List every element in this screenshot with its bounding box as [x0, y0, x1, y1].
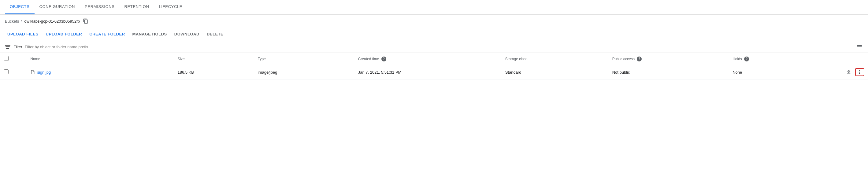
row-name: sign.jpg	[27, 65, 174, 79]
row-actions-cell	[809, 65, 868, 79]
col-header-type: Type	[254, 53, 354, 65]
delete-button[interactable]: DELETE	[204, 30, 226, 38]
download-row-button[interactable]	[845, 68, 853, 76]
breadcrumb-buckets[interactable]: Buckets	[5, 19, 19, 24]
row-created: Jan 7, 2021, 5:51:31 PM	[354, 65, 502, 79]
access-help-icon[interactable]: ?	[637, 57, 642, 62]
download-button[interactable]: DOWNLOAD	[172, 30, 202, 38]
action-bar: UPLOAD FILES UPLOAD FOLDER CREATE FOLDER…	[0, 28, 868, 41]
breadcrumb-separator: ›	[21, 18, 22, 24]
manage-holds-button[interactable]: MANAGE HOLDS	[130, 30, 169, 38]
breadcrumb: Buckets › qwiklabs-gcp-01-6203b05952fb	[0, 15, 868, 28]
tab-objects[interactable]: OBJECTS	[5, 0, 35, 14]
row-storage: Standard	[502, 65, 609, 79]
tab-configuration[interactable]: CONFIGURATION	[35, 0, 80, 14]
tab-retention[interactable]: RETENTION	[120, 0, 154, 14]
upload-folder-button[interactable]: UPLOAD FOLDER	[43, 30, 85, 38]
col-header-actions	[809, 53, 868, 65]
more-options-button[interactable]	[855, 68, 864, 76]
col-header-access: Public access ?	[609, 53, 729, 65]
filter-input[interactable]	[25, 45, 853, 49]
tab-lifecycle[interactable]: LIFECYCLE	[154, 0, 187, 14]
col-header-storage: Storage class	[502, 53, 609, 65]
filter-lines-icon	[5, 45, 10, 48]
table-row: sign.jpg 186.5 KB image/jpeg Jan 7, 2021…	[0, 65, 868, 79]
select-all-checkbox[interactable]	[4, 56, 8, 61]
created-help-icon[interactable]: ?	[381, 57, 386, 62]
row-size: 186.5 KB	[174, 65, 254, 79]
objects-table: Name Size Type Created time ? Storage cl…	[0, 53, 868, 79]
row-holds: None	[729, 65, 809, 79]
row-checkbox[interactable]	[4, 69, 8, 74]
col-header-created: Created time ?	[354, 53, 502, 65]
filter-icon-area: Filter	[5, 45, 22, 49]
breadcrumb-current: qwiklabs-gcp-01-6203b05952fb	[25, 19, 80, 24]
create-folder-button[interactable]: CREATE FOLDER	[87, 30, 127, 38]
holds-help-icon[interactable]: ?	[744, 57, 749, 62]
row-type: image/jpeg	[254, 65, 354, 79]
filter-label: Filter	[13, 45, 22, 49]
row-checkbox-cell	[0, 65, 27, 79]
select-all-header	[0, 53, 27, 65]
file-name-link[interactable]: sign.jpg	[37, 70, 51, 75]
tab-permissions[interactable]: PERMISSIONS	[80, 0, 119, 14]
row-access: Not public	[609, 65, 729, 79]
upload-files-button[interactable]: UPLOAD FILES	[5, 30, 41, 38]
tabs-bar: OBJECTS CONFIGURATION PERMISSIONS RETENT…	[0, 0, 868, 15]
col-header-name: Name	[27, 53, 174, 65]
file-icon	[30, 70, 35, 75]
col-header-size: Size	[174, 53, 254, 65]
copy-bucket-name-button[interactable]	[83, 18, 88, 24]
col-header-holds: Holds ?	[729, 53, 809, 65]
filter-bar: Filter	[0, 41, 868, 53]
density-toggle-button[interactable]	[856, 44, 863, 49]
